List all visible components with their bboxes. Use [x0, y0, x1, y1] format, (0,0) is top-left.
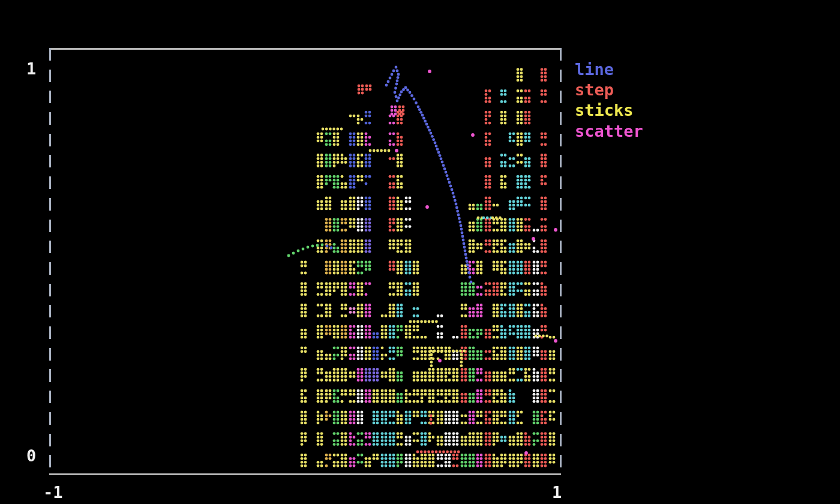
plot-border-left	[49, 48, 51, 475]
terminal-screen: { "figure": { "background": "#000000", "…	[0, 0, 840, 504]
x-axis-tick-left: -1	[43, 484, 63, 502]
legend-item-sticks: sticks	[575, 100, 643, 121]
legend: line step sticks scatter	[575, 59, 643, 142]
legend-item-step: step	[575, 80, 643, 100]
legend-item-line: line	[575, 59, 643, 80]
legend-item-scatter: scatter	[575, 121, 643, 142]
y-axis-tick-bottom: 0	[26, 447, 36, 465]
plot-area	[49, 48, 561, 475]
y-axis-tick-top: 1	[26, 60, 36, 78]
x-axis-tick-right: 1	[552, 484, 562, 502]
plot-border-right	[560, 48, 562, 475]
